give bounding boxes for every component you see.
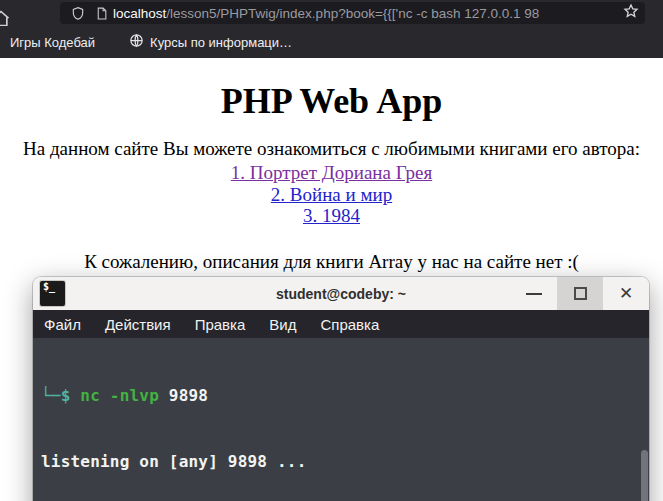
page-title: PHP Web App [0,80,663,122]
bookmarks-bar: Игры Кодебай Курсы по информаци… [0,26,663,58]
book-list: 1. Портрет Дориана Грея 2. Война и мир 3… [0,162,663,227]
minimize-icon [526,293,542,295]
browser-toolbar: localhost/lesson5/PHPTwig/index.php?book… [0,0,663,26]
bookmark-label: Игры Кодебай [10,35,95,50]
terminal-line: listening on [any] 9898 ... [41,451,649,473]
terminal-titlebar[interactable]: $_ student@codeby: ~ ✕ [33,277,649,310]
shell-prompt: └─$ [41,386,71,405]
terminal-output[interactable]: └─$ nc -nlvp 9898 listening on [any] 989… [33,338,649,501]
book-link-3[interactable]: 3. 1984 [0,205,663,227]
shell-command: nc -nlvp [80,386,159,405]
close-button[interactable]: ✕ [603,277,649,310]
url-text[interactable]: localhost/lesson5/PHPTwig/index.php?book… [113,6,621,21]
minimize-button[interactable] [511,277,557,310]
bookmark-star-icon[interactable] [623,3,639,23]
bookmark-item-games[interactable]: Игры Кодебай [0,26,105,58]
menu-actions[interactable]: Действия [105,316,171,333]
intro-text: На данном сайте Вы можете ознакомиться с… [2,138,661,160]
page-info-icon[interactable] [95,6,108,21]
url-bar[interactable]: localhost/lesson5/PHPTwig/index.php?book… [60,2,645,24]
maximize-icon [574,287,587,300]
globe-icon [129,33,144,51]
url-host: localhost [113,6,166,21]
url-path: /lesson5/PHPTwig/index.php?book={{['nc -… [166,6,539,21]
menu-view[interactable]: Вид [269,316,296,333]
terminal-window: $_ student@codeby: ~ ✕ Файл Действия Пра… [33,277,649,501]
no-description-message: К сожалению, описания для книги Array у … [0,251,663,273]
menu-edit[interactable]: Правка [195,316,246,333]
terminal-scrollbar[interactable] [641,450,648,501]
terminal-app-icon: $_ [40,281,65,306]
terminal-line-prompt: └─$ nc -nlvp 9898 [41,385,649,407]
shield-icon[interactable] [71,6,85,21]
book-link-2[interactable]: 2. Война и мир [0,184,663,206]
maximize-button[interactable] [557,277,603,310]
bookmark-label: Курсы по информаци… [150,35,292,50]
menu-file[interactable]: Файл [44,316,81,333]
terminal-menubar: Файл Действия Правка Вид Справка [33,310,649,338]
book-link-1[interactable]: 1. Портрет Дориана Грея [0,162,663,184]
shell-command-arg: 9898 [169,386,208,405]
menu-help[interactable]: Справка [320,316,379,333]
window-controls: ✕ [511,277,649,310]
bookmark-item-courses[interactable]: Курсы по информаци… [119,26,302,58]
url-fade [577,2,617,24]
